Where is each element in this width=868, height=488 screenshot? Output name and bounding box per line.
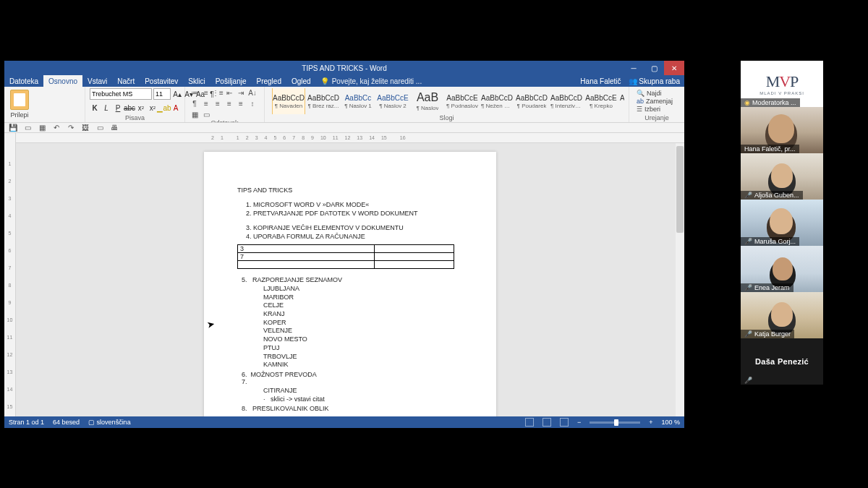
underline-button[interactable]: P (113, 103, 123, 113)
zoom-in-button[interactable]: + (649, 419, 652, 426)
line-spacing-button[interactable]: ↕ (247, 99, 258, 108)
style-item-9[interactable]: AaBbCcE¶ Krepko (584, 88, 618, 114)
style-item-10[interactable]: AaBbCcD¶ Citat (619, 88, 624, 114)
shading-button[interactable]: ▦ (190, 110, 200, 119)
tab-home[interactable]: Osnovno (43, 75, 82, 87)
decrease-indent-button[interactable]: ⇤ (224, 88, 234, 98)
tab-layout[interactable]: Postavitev (140, 75, 183, 87)
zoom-level[interactable]: 100 % (661, 419, 680, 426)
tell-me[interactable]: 💡 Povejte, kaj želite narediti ... (320, 77, 422, 85)
view-read-button[interactable] (525, 418, 534, 427)
style-item-6[interactable]: AaBbCcD¶ Nežen po... (480, 88, 514, 114)
style-item-2[interactable]: AaBbCc¶ Naslov 1 (341, 88, 375, 114)
borders-button[interactable]: ▭ (201, 110, 211, 119)
tab-view[interactable]: Ogled (286, 75, 316, 87)
table-cell[interactable]: 3 (238, 245, 375, 253)
grow-font-button[interactable]: A▴ (172, 89, 182, 99)
style-item-4[interactable]: AaB¶ Naslov (411, 88, 444, 114)
video-tile-participant[interactable]: 🎤Maruša Gorj... (741, 200, 823, 246)
superscript-button[interactable]: x2 (148, 103, 158, 113)
tab-design[interactable]: Načrt (112, 75, 140, 87)
text-highlight-button[interactable]: ▁ab (159, 103, 169, 113)
view-print-button[interactable] (542, 418, 551, 427)
justify-button[interactable]: ≡ (236, 99, 246, 108)
close-button[interactable]: ✕ (664, 61, 684, 75)
tab-file[interactable]: Datoteka (4, 75, 43, 87)
qat-undo-icon[interactable]: ↶ (52, 124, 61, 132)
mic-muted-icon: 🎤 (744, 192, 752, 199)
qat-save-icon[interactable]: 💾 (9, 124, 17, 132)
table-cell[interactable] (374, 245, 454, 253)
status-page[interactable]: Stran 1 od 1 (9, 419, 44, 426)
vertical-scrollbar[interactable] (676, 143, 684, 416)
show-marks-button[interactable]: ¶ (190, 99, 200, 108)
video-tile-black[interactable]: Daša Penezić 🎤 (741, 338, 823, 385)
view-web-button[interactable] (560, 418, 569, 427)
style-item-8[interactable]: AaBbCcD¶ Intenziven... (550, 88, 583, 114)
style-item-3[interactable]: AaBbCcE¶ Naslov 2 (376, 88, 409, 114)
video-tile-participant[interactable]: Hana Faletič, pr... (741, 107, 823, 153)
minimize-button[interactable]: ─ (624, 61, 644, 75)
doc-table[interactable]: 37 (237, 244, 454, 269)
signed-in-user[interactable]: Hana Faletič (580, 77, 621, 85)
align-center-button[interactable]: ≡ (213, 99, 223, 108)
numbering-button[interactable]: ≡ (201, 88, 211, 98)
find-button[interactable]: 🔍 Najdi (637, 90, 681, 97)
increase-indent-button[interactable]: ⇥ (236, 88, 246, 98)
tab-insert[interactable]: Vstavi (82, 75, 112, 87)
align-right-button[interactable]: ≡ (224, 99, 234, 108)
strikethrough-button[interactable]: abc (124, 103, 135, 113)
qat-new-icon[interactable]: ▭ (23, 124, 32, 132)
qat-redo-icon[interactable]: ↷ (67, 124, 75, 132)
status-words[interactable]: 64 besed (53, 419, 80, 426)
table-cell[interactable]: 7 (238, 253, 375, 261)
doc-city-item: MARIBOR (263, 294, 463, 302)
font-size-select[interactable] (153, 88, 171, 100)
bold-button[interactable]: K (90, 103, 100, 113)
tab-review[interactable]: Pregled (252, 75, 286, 87)
style-item-5[interactable]: AaBbCcE¶ Podnaslov (446, 88, 479, 114)
table-row[interactable] (238, 261, 454, 269)
titlebar: TIPS AND TRICKS - Word ─ ▢ ✕ (4, 61, 684, 75)
qat-page-setup-icon[interactable]: ▭ (95, 124, 104, 132)
style-item-7[interactable]: AaBbCcD¶ Poudarek (515, 88, 548, 114)
video-tile-participant[interactable]: 🎤Enea Jeram (741, 246, 823, 292)
sort-button[interactable]: A↓ (247, 88, 258, 98)
video-tile-participant[interactable]: 🎤Katja Burger (741, 292, 823, 338)
select-button[interactable]: ☰ Izberi (637, 106, 681, 113)
table-cell[interactable] (238, 261, 375, 269)
bullets-button[interactable]: ≔ (190, 88, 200, 98)
qat-table-icon[interactable]: ▦ (38, 124, 46, 132)
table-row[interactable]: 3 (238, 245, 454, 253)
scrollbar-thumb[interactable] (676, 146, 684, 233)
qat-pictures-icon[interactable]: 🖼 (81, 124, 90, 132)
table-cell[interactable] (374, 261, 454, 269)
maximize-button[interactable]: ▢ (644, 61, 664, 75)
video-tile-participant[interactable]: 🎤Aljoša Guben... (741, 153, 823, 200)
share-button[interactable]: 👥 Skupna raba (629, 77, 681, 85)
font-color-button[interactable]: A (171, 103, 181, 113)
status-language[interactable]: ▢ slovenščina (88, 419, 131, 426)
document-scroll[interactable]: 2112345678910111213141516 TIPS AND TRICK… (16, 133, 684, 416)
doc-list-item: 6. MOŽNOST PREVODA (237, 371, 463, 378)
italic-button[interactable]: L (101, 103, 111, 113)
style-item-1[interactable]: AaBbCcD¶ Brez raz... (307, 88, 340, 114)
qat-print-icon[interactable]: 🖶 (110, 124, 119, 132)
zoom-slider[interactable] (590, 421, 640, 424)
multilevel-button[interactable]: ⋮≡ (213, 88, 223, 98)
table-cell[interactable] (374, 253, 454, 261)
subscript-button[interactable]: x2 (136, 103, 146, 113)
page[interactable]: TIPS AND TRICKS MICROSOFT WORD V »DARK M… (204, 152, 496, 416)
styles-gallery[interactable]: AaBbCcD¶ NavadenAaBbCcD¶ Brez raz...AaBb… (269, 88, 624, 114)
video-tile-logo[interactable]: MVP MLADI V PRAKSI ◉ Moderatorka ... (741, 61, 823, 107)
paste-icon[interactable] (10, 90, 29, 110)
table-row[interactable]: 7 (238, 253, 454, 261)
group-label-editing: Urejanje (634, 114, 680, 122)
font-name-select[interactable] (90, 88, 152, 100)
tab-references[interactable]: Sklici (183, 75, 210, 87)
align-left-button[interactable]: ≡ (201, 99, 211, 108)
replace-button[interactable]: ab Zamenjaj (637, 98, 681, 105)
tab-mailings[interactable]: Pošiljanje (210, 75, 252, 87)
style-item-0[interactable]: AaBbCcD¶ Navaden (272, 88, 305, 114)
zoom-out-button[interactable]: − (577, 419, 581, 426)
